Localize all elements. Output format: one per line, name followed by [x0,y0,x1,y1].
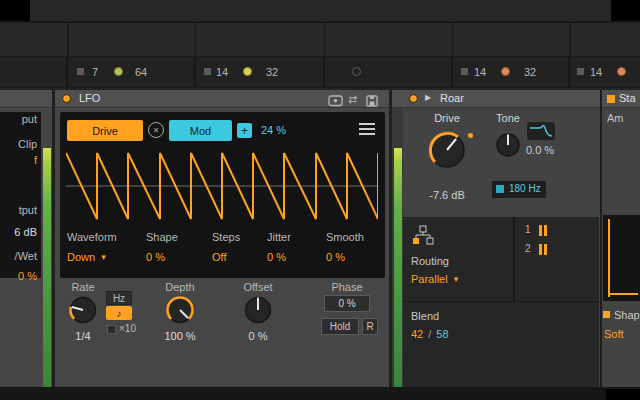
clip-stop-button[interactable] [204,68,211,75]
clip-slot[interactable] [453,57,568,87]
rate-sync-button[interactable]: ♪ [106,306,132,320]
shape-value[interactable]: Soft [604,328,624,340]
roar-tone-value[interactable]: 0.0 % [526,144,554,156]
param-value-waveform[interactable]: Down ▾ [67,251,106,263]
chevron-down-icon: ▾ [454,274,459,284]
map-target-button[interactable]: Drive [67,120,143,141]
knob-graphic [493,130,523,160]
menu-icon[interactable] [359,123,375,135]
map-mode-graphic [328,95,343,107]
lfo-waveform-display [66,148,378,226]
param-value-jitter[interactable]: 0 % [267,251,286,263]
x10-label: ×10 [119,323,136,334]
clip-slot[interactable] [0,57,66,87]
shape-marker-square [603,311,610,318]
filter-freq-field[interactable]: 180 Hz [492,181,546,198]
mod-amount-value[interactable]: 24 % [261,124,286,136]
meter-bar [539,244,542,255]
rate-value[interactable]: 1/4 [58,330,108,342]
roar-drive-knob[interactable] [424,127,470,175]
rate-hz-button[interactable]: Hz [106,291,132,305]
clip-status-dot [501,67,510,76]
param-label-fragment: put [0,113,37,125]
stage-toggle[interactable] [607,95,615,103]
routing-mode-icon [411,225,435,249]
routing-value-text: Parallel [411,273,448,285]
corner-block-top-right [611,0,640,21]
filter-type-square [496,185,504,193]
expand-triangle-icon[interactable]: ▶ [425,93,431,102]
knob-graphic [66,293,100,327]
device-title: Roar [440,92,464,104]
depth-value[interactable]: 100 % [155,330,205,342]
empty-clip-indicator [352,67,361,76]
level-meter [43,148,51,387]
lowpass-curve-graphic [527,122,555,140]
offset-value[interactable]: 0 % [233,330,283,342]
save-preset-icon[interactable] [366,95,378,109]
param-value-fragment[interactable]: 0 % [0,270,37,282]
stage-amount-label: Am [607,112,624,124]
knob-graphic [424,127,470,173]
stage-meter-number: 2 [525,243,531,254]
chevron-down-icon: ▾ [101,252,106,262]
unmap-icon[interactable]: ✕ [148,122,164,138]
blend-separator: / [428,328,431,340]
bottom-strip [0,387,640,400]
menu-bar [359,133,375,135]
param-value-steps[interactable]: Off [212,251,226,263]
device-title: LFO [79,92,100,104]
hold-button[interactable]: Hold [321,318,359,335]
roar-drive-value[interactable]: -7.6 dB [414,189,480,201]
param-label-steps: Steps [212,231,240,243]
mod-tab-button[interactable]: Mod [169,120,232,141]
knob-graphic [163,293,197,327]
offset-label: Offset [240,281,276,293]
clip-stop-button[interactable] [461,68,468,75]
clip-slot[interactable] [69,57,193,87]
phase-value-field[interactable]: 0 % [324,295,370,312]
clip-number: 14 [474,66,486,78]
roar-tone-knob[interactable] [493,130,523,162]
param-label-fragment: Clip [0,138,37,150]
clip-stop-button[interactable] [77,68,84,75]
routing-label: Routing [411,255,449,267]
rate-knob[interactable] [66,293,100,329]
param-value-fragment[interactable]: 6 dB [0,226,37,238]
blend-value-b: 58 [436,328,448,340]
depth-knob[interactable] [163,293,197,329]
shaper-curve-hline [608,293,638,295]
clip-number: 64 [135,66,147,78]
stage-meter-bars [539,244,547,255]
x10-checkbox[interactable] [107,325,116,334]
phase-label: Phase [324,281,370,293]
routing-select[interactable]: Parallel ▾ [411,273,458,285]
param-value-shape[interactable]: 0 % [146,251,165,263]
param-value-fragment[interactable]: f [0,154,37,166]
clip-slot[interactable] [325,57,451,87]
roar-drive-label: Drive [424,112,470,124]
blend-value-a: 42 [411,328,423,340]
stage-title: Sta [619,92,636,104]
add-mapping-button[interactable]: + [237,123,252,138]
stage-meter-number: 1 [525,224,531,235]
left-device-title-bar [0,90,52,107]
map-mode-icon[interactable] [328,95,343,109]
clip-stop-button[interactable] [577,68,584,75]
blend-values[interactable]: 42 / 58 [411,328,449,340]
meter-bar [544,244,547,255]
level-meter [394,148,402,387]
clip-status-dot [114,67,123,76]
offset-knob[interactable] [241,293,275,329]
menu-bar [359,123,375,125]
rate-label: Rate [66,281,100,293]
device-on-led[interactable] [409,94,418,103]
param-label-smooth: Smooth [326,231,364,243]
retrigger-button[interactable]: R [362,318,378,335]
device-on-led[interactable] [62,94,71,103]
hot-swap-icon[interactable]: ⇄ [348,93,357,106]
filter-icon[interactable] [527,122,555,140]
stage-meter-bars [539,225,547,236]
routing-graphic [411,225,435,247]
param-value-smooth[interactable]: 0 % [326,251,345,263]
